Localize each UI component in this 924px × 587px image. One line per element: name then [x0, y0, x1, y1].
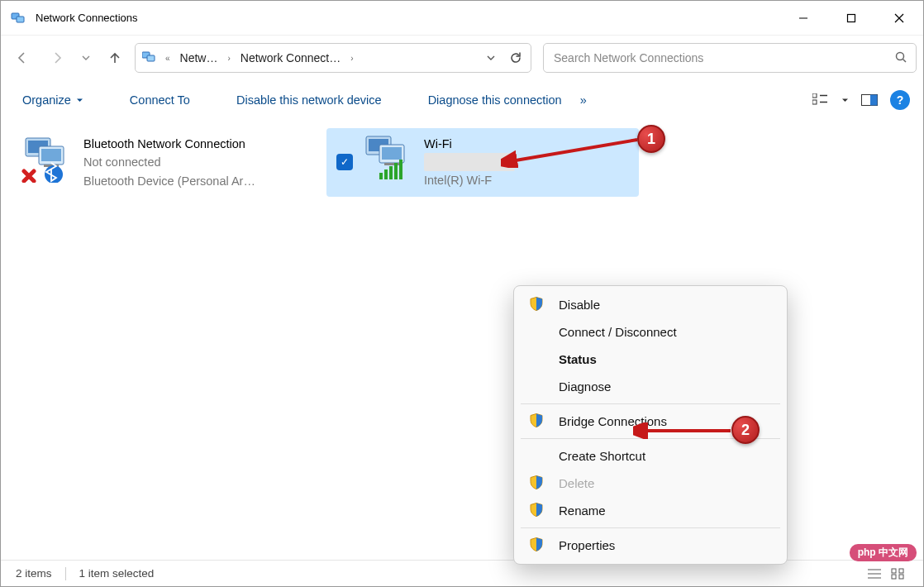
ctx-delete: Delete [514, 470, 787, 497]
status-bar: 2 items 1 item selected [1, 560, 923, 586]
recent-dropdown[interactable] [77, 43, 95, 73]
ctx-properties[interactable]: Properties [514, 532, 787, 559]
disable-device-command[interactable]: Disable this network device [228, 88, 390, 112]
command-bar: Organize Connect To Disable this network… [1, 80, 923, 120]
organize-command[interactable]: Organize [14, 88, 92, 112]
address-bar[interactable]: « Netw… › Network Connect… › [135, 43, 531, 73]
ctx-rename[interactable]: Rename [514, 497, 787, 524]
checkbox-checked-icon[interactable]: ✓ [336, 154, 353, 170]
connection-name: Bluetooth Network Connection [83, 135, 320, 153]
svg-rect-10 [812, 93, 817, 98]
annotation-badge-2: 2 [731, 416, 760, 444]
connection-device: Intel(R) Wi-F [424, 171, 632, 189]
close-button[interactable] [875, 1, 923, 36]
label: Diagnose this connection [428, 93, 562, 107]
nav-row: « Netw… › Network Connect… › [1, 36, 923, 80]
shield-icon [529, 413, 544, 430]
svg-line-9 [903, 59, 907, 62]
svg-rect-1 [17, 17, 24, 22]
view-layout-button[interactable] [808, 88, 833, 112]
connection-item-wifi[interactable]: ✓ Wi-Fi Intel(R) Wi-F [326, 128, 639, 197]
label: Rename [559, 503, 606, 518]
connection-name: Wi-Fi [424, 135, 632, 153]
separator [65, 567, 66, 580]
svg-rect-30 [394, 163, 398, 179]
back-button[interactable] [7, 43, 37, 73]
svg-rect-27 [379, 173, 383, 179]
ctx-diagnose[interactable]: Diagnose [514, 373, 787, 400]
details-view-button[interactable] [864, 565, 885, 583]
breadcrumb-seg1[interactable]: Netw… [175, 49, 223, 67]
svg-point-8 [897, 52, 904, 60]
diagnose-command[interactable]: Diagnose this connection [420, 88, 570, 112]
preview-pane-button[interactable] [857, 88, 882, 112]
chevron-icon: « [162, 54, 174, 63]
large-icons-view-button[interactable] [887, 565, 908, 583]
annotation-badge-1: 1 [637, 125, 665, 153]
up-button[interactable] [100, 43, 130, 73]
selection-count: 1 item selected [79, 567, 155, 580]
svg-rect-19 [41, 149, 61, 161]
search-icon[interactable] [894, 50, 907, 66]
svg-rect-35 [892, 569, 896, 573]
window-title: Network Connections [36, 12, 138, 24]
refresh-button[interactable] [504, 46, 527, 69]
svg-rect-3 [848, 14, 855, 21]
svg-rect-7 [147, 55, 155, 61]
separator [521, 403, 780, 404]
connection-text: Wi-Fi Intel(R) Wi-F [424, 135, 632, 190]
label: Disable [559, 298, 600, 312]
ctx-create-shortcut[interactable]: Create Shortcut [514, 442, 787, 470]
ctx-status[interactable]: Status [514, 346, 787, 373]
address-dropdown[interactable] [479, 46, 502, 69]
chevron-down-icon[interactable] [841, 97, 849, 104]
forward-button[interactable] [42, 43, 72, 73]
breadcrumb-seg2[interactable]: Network Connect… [236, 49, 345, 67]
shield-icon [529, 475, 544, 492]
titlebar: Network Connections [1, 1, 923, 36]
watermark: php 中文网 [850, 544, 917, 561]
help-button[interactable]: ? [890, 90, 910, 110]
ctx-connect-disconnect[interactable]: Connect / Disconnect [514, 318, 787, 346]
svg-rect-31 [399, 160, 402, 179]
shield-icon [529, 502, 544, 519]
svg-rect-38 [899, 575, 903, 579]
maximize-button[interactable] [827, 1, 875, 36]
svg-rect-36 [899, 569, 903, 573]
connection-item-bluetooth[interactable]: Bluetooth Network Connection Not connect… [14, 128, 326, 197]
svg-rect-28 [384, 169, 388, 179]
ctx-disable[interactable]: Disable [514, 291, 787, 318]
chevron-more-icon[interactable]: » [575, 93, 587, 107]
wifi-adapter-icon [361, 135, 416, 183]
connection-status: Not connected [83, 153, 320, 171]
svg-rect-25 [382, 147, 402, 160]
connect-to-command[interactable]: Connect To [121, 88, 198, 112]
bluetooth-adapter-icon [21, 135, 75, 183]
shield-icon [529, 296, 544, 313]
svg-rect-15 [870, 95, 878, 106]
content-area: Bluetooth Network Connection Not connect… [1, 120, 923, 560]
chevron-right-icon[interactable]: › [224, 54, 233, 63]
svg-rect-11 [812, 100, 817, 104]
label: Delete [559, 476, 594, 490]
chevron-right-icon[interactable]: › [347, 54, 356, 63]
label: Organize [22, 93, 71, 107]
connection-status-redacted [424, 153, 515, 171]
minimize-button[interactable] [779, 1, 827, 36]
item-count: 2 items [16, 567, 52, 580]
shield-icon [529, 537, 544, 554]
address-icon [139, 50, 160, 66]
window: Network Connections [0, 0, 924, 587]
app-icon [1, 11, 36, 26]
connection-device: Bluetooth Device (Personal Ar… [83, 172, 320, 190]
label: Properties [559, 538, 615, 552]
search-box[interactable] [543, 43, 917, 73]
connection-text: Bluetooth Network Connection Not connect… [83, 135, 320, 190]
svg-rect-29 [389, 166, 393, 179]
svg-rect-37 [892, 575, 896, 579]
search-input[interactable] [552, 50, 894, 65]
window-controls [779, 1, 923, 36]
label: Bridge Connections [559, 414, 667, 428]
separator [521, 527, 780, 528]
